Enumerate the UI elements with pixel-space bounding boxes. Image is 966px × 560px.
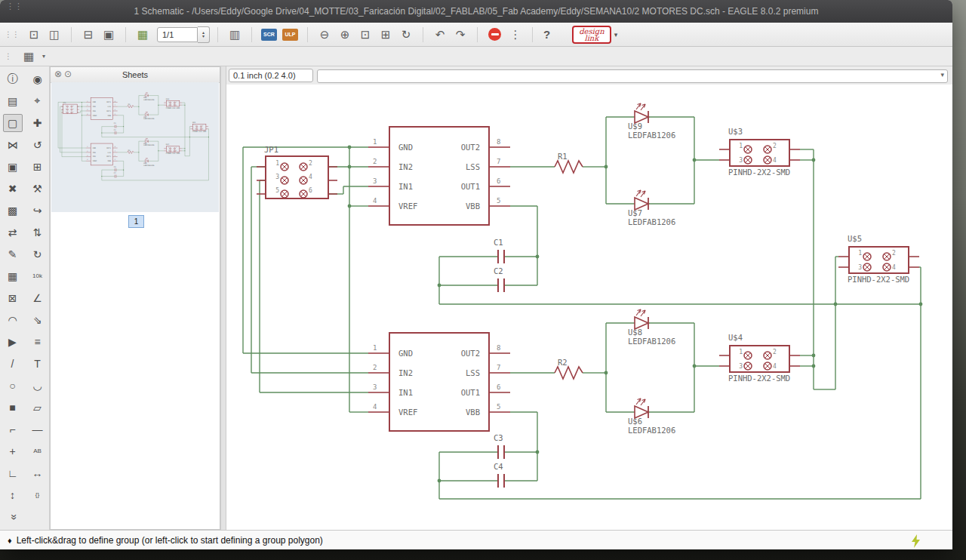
gateswap-icon[interactable]: ⇄	[3, 223, 23, 242]
mirror-icon[interactable]: ⋈	[3, 136, 23, 154]
dimension-icon[interactable]: ↔	[28, 464, 48, 482]
component-U$8[interactable]: U$8LEDFAB1206	[143, 138, 155, 146]
open-icon[interactable]: ⊡	[25, 26, 43, 44]
component-C2[interactable]: C2	[494, 266, 504, 292]
rect-icon[interactable]: ■	[3, 398, 23, 417]
line-icon[interactable]: ―	[28, 420, 48, 438]
component-R1[interactable]: R1	[555, 152, 583, 173]
component-C3[interactable]: C3	[494, 433, 504, 459]
sheet-1-tab[interactable]: 1	[128, 215, 144, 228]
optimize-icon[interactable]: ↪	[28, 202, 48, 220]
save-icon[interactable]: ◫	[45, 26, 63, 44]
sheet-selector[interactable]: 1/1▴▾	[157, 26, 210, 43]
component-U$5[interactable]: 1234U$5PINHD-2X2-SMD	[190, 122, 208, 133]
component-driver-ic-1[interactable]: 1GND2IN23IN14VREF8OUT27LSS6OUT15VBB	[368, 127, 510, 225]
wire-icon[interactable]: /	[3, 355, 23, 373]
miter-icon[interactable]: ∠	[28, 289, 48, 307]
attribute-icon[interactable]: {}	[28, 486, 48, 504]
open-board-icon[interactable]: ▦	[134, 26, 152, 44]
name-icon[interactable]: ✎	[3, 245, 23, 263]
pinswap-icon[interactable]: ⇅	[28, 223, 48, 242]
invoke-icon[interactable]: ⇘	[28, 311, 48, 329]
component-C2[interactable]: C2	[114, 129, 116, 134]
component-C3[interactable]: C3	[114, 166, 116, 171]
component-driver-ic-1[interactable]: 1GND2IN23IN14VREF8OUT27LSS6OUT15VBB	[86, 97, 118, 119]
component-R2[interactable]: R2	[128, 149, 134, 154]
component-C4[interactable]: C4	[494, 462, 504, 488]
net-wires[interactable]	[243, 117, 922, 499]
schematic-drawing[interactable]: 1GND2IN23IN14VREF8OUT27LSS6OUT15VBB1GND2…	[58, 93, 209, 180]
component-C1[interactable]: C1	[114, 122, 116, 128]
mark-icon[interactable]: ⌖	[28, 92, 48, 110]
sheet-stepper[interactable]: ▴▾	[198, 26, 210, 43]
run-ulp-button[interactable]: ULP	[282, 29, 298, 41]
schematic-drawing[interactable]: 1GND2IN23IN14VREF8OUT27LSS6OUT15VBB1GND2…	[243, 103, 922, 499]
net-icon[interactable]: ∟	[3, 464, 23, 482]
component-U$9[interactable]: U$9LEDFAB1206	[143, 93, 155, 101]
print-icon[interactable]: ⊟	[79, 26, 97, 44]
modules-icon[interactable]: ▥	[226, 26, 244, 44]
undo-icon[interactable]: ↶	[431, 26, 449, 44]
float-sheets-icon[interactable]: ⊙	[64, 69, 72, 79]
text-icon[interactable]: T	[28, 355, 48, 373]
replace-icon[interactable]: ↻	[28, 245, 48, 263]
component-U$9[interactable]: U$9LEDFAB1206	[628, 103, 675, 140]
sheet-thumbnail[interactable]: 1GND2IN23IN14VREF8OUT27LSS6OUT15VBB1GND2…	[51, 82, 219, 212]
component-U$3[interactable]: 1234U$3PINHD-2X2-SMD	[164, 98, 182, 109]
pattern-icon[interactable]: ≡	[28, 333, 48, 351]
updown-icon[interactable]: ↕	[3, 486, 23, 504]
change-icon[interactable]: ⚒	[28, 180, 48, 198]
show-icon[interactable]: ◉	[28, 70, 48, 88]
group-icon[interactable]: ▢	[3, 114, 23, 132]
component-R1[interactable]: R1	[128, 103, 134, 108]
grid-settings-icon[interactable]: ▦	[20, 48, 38, 66]
zoom-out-icon[interactable]: ⊖	[315, 26, 334, 44]
circle-icon[interactable]: ○	[3, 377, 23, 395]
zoom-in-icon[interactable]: ⊕	[336, 26, 354, 44]
grid-caret-icon[interactable]: ▾	[42, 53, 45, 60]
delete-icon[interactable]: ✖	[3, 180, 23, 198]
arc-icon[interactable]: ◡	[28, 377, 48, 395]
move-icon[interactable]: ✚	[28, 114, 48, 132]
value-icon[interactable]: 10k	[28, 267, 48, 285]
rotate-icon[interactable]: ↺	[28, 136, 48, 154]
paste-icon[interactable]: ⊞	[28, 158, 48, 176]
component-driver-ic-2[interactable]: 1GND2IN23IN14VREF8OUT27LSS6OUT15VBB	[86, 143, 118, 165]
image-export-icon[interactable]: ▣	[100, 26, 118, 44]
bus-icon[interactable]: ⌐	[3, 420, 23, 438]
component-U$8[interactable]: U$8LEDFAB1206	[628, 309, 675, 346]
component-JP1[interactable]: 123456JP1	[61, 102, 79, 114]
component-U$7[interactable]: U$7LEDFAB1206	[143, 112, 155, 120]
sheets-panel-header[interactable]: ⊗ ⊙ Sheets	[51, 67, 220, 83]
paint-icon[interactable]: ▩	[3, 202, 23, 220]
title-bar[interactable]: ⋮⋮ 1 Schematic - /Users/Eddy/Google Driv…	[0, 0, 952, 23]
zoom-select-icon[interactable]: ⊞	[377, 26, 395, 44]
component-U$5[interactable]: 1234U$5PINHD-2X2-SMD	[838, 234, 919, 284]
component-U$6[interactable]: U$6LEDFAB1206	[628, 398, 675, 435]
zoom-fit-icon[interactable]: ⊡	[356, 26, 374, 44]
junction-icon[interactable]: +	[3, 442, 23, 460]
display-icon[interactable]: ▤	[3, 92, 23, 110]
label-icon[interactable]: AB	[28, 442, 48, 460]
stop-icon[interactable]	[488, 28, 501, 41]
info-icon[interactable]: ⓘ	[3, 70, 23, 88]
smash-icon[interactable]: ⊠	[3, 289, 23, 307]
help-button[interactable]: ?	[543, 28, 550, 41]
options-icon[interactable]: ⋮	[506, 26, 525, 44]
zoom-redraw-icon[interactable]: ↻	[397, 26, 415, 44]
component-JP1[interactable]: 123456JP1	[257, 145, 337, 198]
redo-icon[interactable]: ↷	[451, 26, 469, 44]
schematic-canvas[interactable]: 1GND2IN23IN14VREF8OUT27LSS6OUT15VBB1GND2…	[226, 85, 952, 530]
design-link-button[interactable]: designlink▾	[572, 26, 617, 44]
split-icon[interactable]: ◠	[3, 311, 23, 329]
design-link-caret-icon[interactable]: ▾	[614, 31, 618, 38]
component-C4[interactable]: C4	[114, 172, 116, 177]
component-U$4[interactable]: 1234U$4PINHD-2X2-SMD	[719, 333, 800, 383]
command-history-caret-icon[interactable]: ▾	[940, 71, 944, 78]
component-R2[interactable]: R2	[555, 358, 583, 379]
close-sheets-icon[interactable]: ⊗	[54, 69, 62, 79]
net-wires[interactable]	[58, 96, 209, 180]
component-U$6[interactable]: U$6LEDFAB1206	[143, 158, 155, 166]
polygon-icon[interactable]: ▱	[28, 398, 48, 417]
component-driver-ic-2[interactable]: 1GND2IN23IN14VREF8OUT27LSS6OUT15VBB	[368, 333, 510, 431]
